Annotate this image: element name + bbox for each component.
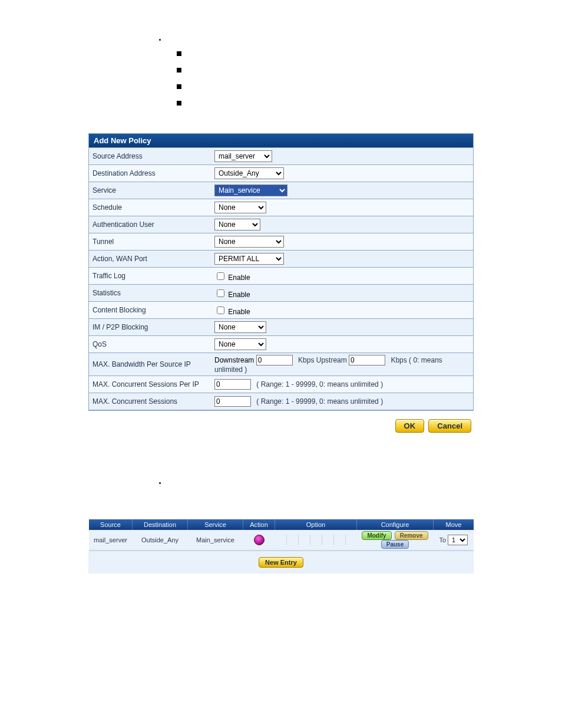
- th-service: Service: [188, 519, 243, 530]
- cell-configure: Modify Remove Pause: [357, 530, 434, 551]
- source-address-select[interactable]: mail_server: [214, 150, 272, 162]
- cell-destination: Outside_Any: [133, 530, 188, 551]
- th-option: Option: [275, 519, 357, 530]
- max-sess-ip-hint: ( Range: 1 - 99999, 0: means unlimited ): [256, 380, 383, 388]
- new-entry-button[interactable]: New Entry: [259, 557, 303, 568]
- th-configure: Configure: [357, 519, 434, 530]
- label-destination-address: Destination Address: [89, 165, 211, 182]
- table-row: mail_server Outside_Any Main_service Mod…: [89, 530, 474, 551]
- label-source-address: Source Address: [89, 148, 211, 165]
- remove-button[interactable]: Remove: [395, 531, 428, 540]
- label-schedule: Schedule: [89, 199, 211, 216]
- permit-icon: [254, 535, 265, 545]
- ok-button[interactable]: OK: [395, 419, 425, 433]
- cell-service: Main_service: [188, 530, 243, 551]
- label-service: Service: [89, 182, 211, 199]
- cell-action: [243, 530, 275, 551]
- pause-button[interactable]: Pause: [381, 540, 409, 549]
- bullet-marks: [124, 39, 474, 121]
- action-wan-select[interactable]: PERMIT ALL: [214, 253, 284, 265]
- label-im-p2p: IM / P2P Blocking: [89, 319, 211, 336]
- label-max-sess: MAX. Concurrent Sessions: [89, 393, 211, 410]
- downstream-label: Downstream: [214, 356, 254, 364]
- cell-move: To 1: [434, 530, 474, 551]
- mid-dot: [124, 482, 474, 484]
- move-to-label: To: [439, 536, 446, 543]
- label-auth-user: Authentication User: [89, 216, 211, 233]
- schedule-select[interactable]: None: [214, 202, 266, 213]
- statistics-checkbox[interactable]: [217, 289, 224, 297]
- label-max-sess-ip: MAX. Concurrent Sessions Per IP: [89, 376, 211, 393]
- label-qos: QoS: [89, 336, 211, 353]
- th-source: Source: [89, 519, 133, 530]
- label-action-wan: Action, WAN Port: [89, 251, 211, 268]
- policy-list: Source Destination Service Action Option…: [88, 519, 474, 574]
- tunnel-select[interactable]: None: [214, 236, 284, 248]
- traffic-log-checkbox[interactable]: [217, 272, 224, 280]
- qos-select[interactable]: None: [214, 338, 266, 350]
- content-blocking-checkbox[interactable]: [217, 307, 224, 314]
- upstream-label: Kbps Upstream: [298, 356, 347, 364]
- downstream-input[interactable]: [256, 355, 293, 365]
- label-traffic-log: Traffic Log: [89, 268, 211, 285]
- upstream-input[interactable]: [349, 355, 385, 365]
- th-action: Action: [243, 519, 275, 530]
- th-destination: Destination: [133, 519, 188, 530]
- auth-user-select[interactable]: None: [214, 219, 260, 230]
- cell-option: [275, 530, 357, 551]
- cancel-button[interactable]: Cancel: [428, 419, 471, 433]
- th-move: Move: [434, 519, 474, 530]
- form-title: Add New Policy: [89, 134, 473, 147]
- label-statistics: Statistics: [89, 285, 211, 302]
- move-select[interactable]: 1: [448, 535, 468, 545]
- destination-address-select[interactable]: Outside_Any: [214, 167, 284, 179]
- im-p2p-select[interactable]: None: [214, 321, 266, 333]
- label-tunnel: Tunnel: [89, 233, 211, 251]
- label-max-bandwidth: MAX. Bandwidth Per Source IP: [89, 353, 211, 376]
- cell-source: mail_server: [89, 530, 133, 551]
- max-sess-input[interactable]: [214, 396, 251, 407]
- content-blocking-enable-text: Enable: [228, 308, 250, 316]
- statistics-enable-text: Enable: [228, 291, 250, 299]
- modify-button[interactable]: Modify: [362, 531, 391, 540]
- traffic-log-enable-text: Enable: [228, 274, 250, 282]
- max-sess-hint: ( Range: 1 - 99999, 0: means unlimited ): [256, 397, 383, 406]
- label-content-blocking: Content Blocking: [89, 302, 211, 319]
- add-policy-form: Add New Policy Source Address mail_serve…: [88, 133, 474, 411]
- service-select[interactable]: Main_service: [214, 185, 287, 196]
- max-sess-ip-input[interactable]: [214, 379, 251, 390]
